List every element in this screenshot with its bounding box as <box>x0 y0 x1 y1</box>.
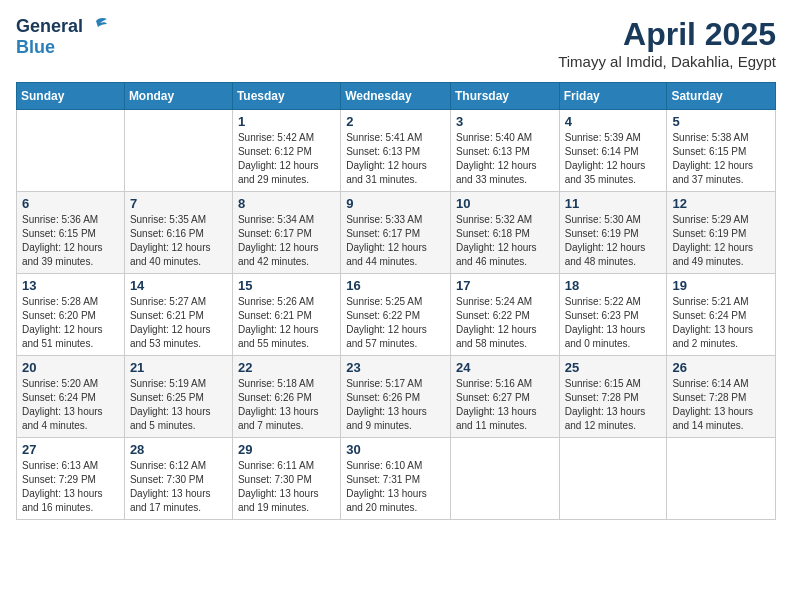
calendar-cell <box>559 438 667 520</box>
calendar-cell: 15Sunrise: 5:26 AMSunset: 6:21 PMDayligh… <box>232 274 340 356</box>
month-title: April 2025 <box>558 16 776 53</box>
logo-blue-text: Blue <box>16 37 55 57</box>
day-info: Sunrise: 5:18 AMSunset: 6:26 PMDaylight:… <box>238 377 335 433</box>
logo-general-text: General <box>16 16 83 37</box>
day-info: Sunrise: 6:15 AMSunset: 7:28 PMDaylight:… <box>565 377 662 433</box>
day-info: Sunrise: 6:11 AMSunset: 7:30 PMDaylight:… <box>238 459 335 515</box>
logo-bird-icon <box>85 17 107 37</box>
calendar-cell: 4Sunrise: 5:39 AMSunset: 6:14 PMDaylight… <box>559 110 667 192</box>
day-number: 11 <box>565 196 662 211</box>
day-info: Sunrise: 5:39 AMSunset: 6:14 PMDaylight:… <box>565 131 662 187</box>
day-info: Sunrise: 6:12 AMSunset: 7:30 PMDaylight:… <box>130 459 227 515</box>
calendar-cell: 2Sunrise: 5:41 AMSunset: 6:13 PMDaylight… <box>341 110 451 192</box>
day-number: 4 <box>565 114 662 129</box>
day-number: 14 <box>130 278 227 293</box>
day-number: 5 <box>672 114 770 129</box>
calendar-cell: 19Sunrise: 5:21 AMSunset: 6:24 PMDayligh… <box>667 274 776 356</box>
day-number: 23 <box>346 360 445 375</box>
calendar-cell <box>124 110 232 192</box>
calendar-cell: 16Sunrise: 5:25 AMSunset: 6:22 PMDayligh… <box>341 274 451 356</box>
day-info: Sunrise: 5:19 AMSunset: 6:25 PMDaylight:… <box>130 377 227 433</box>
day-info: Sunrise: 5:32 AMSunset: 6:18 PMDaylight:… <box>456 213 554 269</box>
day-info: Sunrise: 5:28 AMSunset: 6:20 PMDaylight:… <box>22 295 119 351</box>
calendar-cell: 18Sunrise: 5:22 AMSunset: 6:23 PMDayligh… <box>559 274 667 356</box>
day-info: Sunrise: 5:38 AMSunset: 6:15 PMDaylight:… <box>672 131 770 187</box>
calendar-cell: 3Sunrise: 5:40 AMSunset: 6:13 PMDaylight… <box>450 110 559 192</box>
day-number: 8 <box>238 196 335 211</box>
day-info: Sunrise: 6:14 AMSunset: 7:28 PMDaylight:… <box>672 377 770 433</box>
day-number: 3 <box>456 114 554 129</box>
calendar-cell: 26Sunrise: 6:14 AMSunset: 7:28 PMDayligh… <box>667 356 776 438</box>
week-row-4: 20Sunrise: 5:20 AMSunset: 6:24 PMDayligh… <box>17 356 776 438</box>
day-info: Sunrise: 5:20 AMSunset: 6:24 PMDaylight:… <box>22 377 119 433</box>
calendar-cell: 27Sunrise: 6:13 AMSunset: 7:29 PMDayligh… <box>17 438 125 520</box>
day-number: 27 <box>22 442 119 457</box>
week-row-5: 27Sunrise: 6:13 AMSunset: 7:29 PMDayligh… <box>17 438 776 520</box>
week-row-2: 6Sunrise: 5:36 AMSunset: 6:15 PMDaylight… <box>17 192 776 274</box>
weekday-header-thursday: Thursday <box>450 83 559 110</box>
day-number: 12 <box>672 196 770 211</box>
day-info: Sunrise: 6:13 AMSunset: 7:29 PMDaylight:… <box>22 459 119 515</box>
day-number: 13 <box>22 278 119 293</box>
calendar-cell <box>450 438 559 520</box>
day-info: Sunrise: 5:41 AMSunset: 6:13 PMDaylight:… <box>346 131 445 187</box>
day-info: Sunrise: 5:36 AMSunset: 6:15 PMDaylight:… <box>22 213 119 269</box>
calendar-cell: 22Sunrise: 5:18 AMSunset: 6:26 PMDayligh… <box>232 356 340 438</box>
day-info: Sunrise: 5:35 AMSunset: 6:16 PMDaylight:… <box>130 213 227 269</box>
day-info: Sunrise: 5:29 AMSunset: 6:19 PMDaylight:… <box>672 213 770 269</box>
day-number: 10 <box>456 196 554 211</box>
day-number: 21 <box>130 360 227 375</box>
day-info: Sunrise: 5:40 AMSunset: 6:13 PMDaylight:… <box>456 131 554 187</box>
calendar-cell: 9Sunrise: 5:33 AMSunset: 6:17 PMDaylight… <box>341 192 451 274</box>
day-number: 30 <box>346 442 445 457</box>
calendar-cell: 10Sunrise: 5:32 AMSunset: 6:18 PMDayligh… <box>450 192 559 274</box>
day-number: 29 <box>238 442 335 457</box>
calendar-cell: 14Sunrise: 5:27 AMSunset: 6:21 PMDayligh… <box>124 274 232 356</box>
calendar-cell: 29Sunrise: 6:11 AMSunset: 7:30 PMDayligh… <box>232 438 340 520</box>
calendar-cell: 7Sunrise: 5:35 AMSunset: 6:16 PMDaylight… <box>124 192 232 274</box>
week-row-1: 1Sunrise: 5:42 AMSunset: 6:12 PMDaylight… <box>17 110 776 192</box>
calendar-cell: 28Sunrise: 6:12 AMSunset: 7:30 PMDayligh… <box>124 438 232 520</box>
day-number: 2 <box>346 114 445 129</box>
day-number: 18 <box>565 278 662 293</box>
weekday-header-tuesday: Tuesday <box>232 83 340 110</box>
day-number: 20 <box>22 360 119 375</box>
location-title: Timayy al Imdid, Dakahlia, Egypt <box>558 53 776 70</box>
day-info: Sunrise: 6:10 AMSunset: 7:31 PMDaylight:… <box>346 459 445 515</box>
day-info: Sunrise: 5:21 AMSunset: 6:24 PMDaylight:… <box>672 295 770 351</box>
title-area: April 2025 Timayy al Imdid, Dakahlia, Eg… <box>558 16 776 70</box>
day-number: 26 <box>672 360 770 375</box>
day-info: Sunrise: 5:33 AMSunset: 6:17 PMDaylight:… <box>346 213 445 269</box>
day-info: Sunrise: 5:42 AMSunset: 6:12 PMDaylight:… <box>238 131 335 187</box>
calendar-cell: 8Sunrise: 5:34 AMSunset: 6:17 PMDaylight… <box>232 192 340 274</box>
calendar-cell: 21Sunrise: 5:19 AMSunset: 6:25 PMDayligh… <box>124 356 232 438</box>
calendar-cell: 11Sunrise: 5:30 AMSunset: 6:19 PMDayligh… <box>559 192 667 274</box>
calendar-cell: 1Sunrise: 5:42 AMSunset: 6:12 PMDaylight… <box>232 110 340 192</box>
day-number: 22 <box>238 360 335 375</box>
day-info: Sunrise: 5:34 AMSunset: 6:17 PMDaylight:… <box>238 213 335 269</box>
calendar-cell: 12Sunrise: 5:29 AMSunset: 6:19 PMDayligh… <box>667 192 776 274</box>
day-number: 7 <box>130 196 227 211</box>
day-info: Sunrise: 5:30 AMSunset: 6:19 PMDaylight:… <box>565 213 662 269</box>
day-number: 19 <box>672 278 770 293</box>
weekday-header-wednesday: Wednesday <box>341 83 451 110</box>
day-number: 15 <box>238 278 335 293</box>
calendar-cell: 17Sunrise: 5:24 AMSunset: 6:22 PMDayligh… <box>450 274 559 356</box>
day-number: 28 <box>130 442 227 457</box>
calendar-cell <box>667 438 776 520</box>
weekday-header-monday: Monday <box>124 83 232 110</box>
day-info: Sunrise: 5:26 AMSunset: 6:21 PMDaylight:… <box>238 295 335 351</box>
calendar-cell <box>17 110 125 192</box>
calendar-cell: 6Sunrise: 5:36 AMSunset: 6:15 PMDaylight… <box>17 192 125 274</box>
weekday-header-friday: Friday <box>559 83 667 110</box>
day-info: Sunrise: 5:16 AMSunset: 6:27 PMDaylight:… <box>456 377 554 433</box>
calendar-table: SundayMondayTuesdayWednesdayThursdayFrid… <box>16 82 776 520</box>
day-info: Sunrise: 5:27 AMSunset: 6:21 PMDaylight:… <box>130 295 227 351</box>
weekday-header-sunday: Sunday <box>17 83 125 110</box>
day-number: 24 <box>456 360 554 375</box>
day-info: Sunrise: 5:17 AMSunset: 6:26 PMDaylight:… <box>346 377 445 433</box>
weekday-header-row: SundayMondayTuesdayWednesdayThursdayFrid… <box>17 83 776 110</box>
calendar-cell: 30Sunrise: 6:10 AMSunset: 7:31 PMDayligh… <box>341 438 451 520</box>
week-row-3: 13Sunrise: 5:28 AMSunset: 6:20 PMDayligh… <box>17 274 776 356</box>
day-number: 1 <box>238 114 335 129</box>
